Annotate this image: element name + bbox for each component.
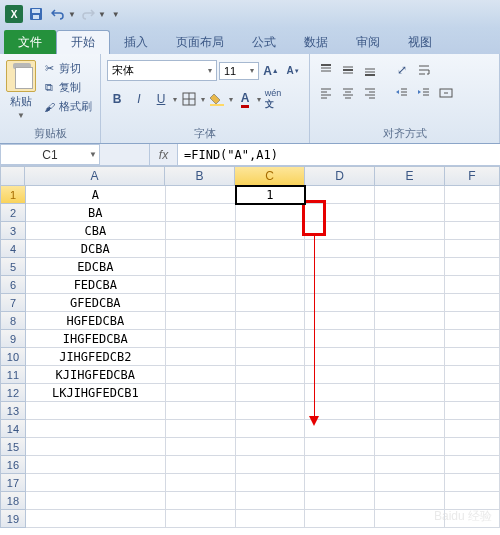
row-header[interactable]: 2: [0, 204, 26, 222]
cell-F1[interactable]: [445, 186, 500, 204]
cell-A6[interactable]: FEDCBA: [26, 276, 166, 294]
cell-E14[interactable]: [375, 420, 445, 438]
cell-D14[interactable]: [305, 420, 375, 438]
row-header[interactable]: 11: [0, 366, 26, 384]
cell-F19[interactable]: [445, 510, 500, 528]
cell-E1[interactable]: [375, 186, 445, 204]
redo-dropdown[interactable]: ▼: [98, 10, 106, 19]
merge-center-button[interactable]: [436, 83, 456, 103]
cell-E10[interactable]: [375, 348, 445, 366]
cell-B12[interactable]: [166, 384, 236, 402]
cell-F11[interactable]: [445, 366, 500, 384]
cell-C10[interactable]: [236, 348, 306, 366]
cell-B10[interactable]: [166, 348, 236, 366]
cell-E2[interactable]: [375, 204, 445, 222]
cell-F3[interactable]: [445, 222, 500, 240]
cell-E13[interactable]: [375, 402, 445, 420]
tab-view[interactable]: 视图: [394, 30, 446, 54]
wrap-text-button[interactable]: [414, 60, 434, 80]
row-header[interactable]: 19: [0, 510, 26, 528]
paste-icon[interactable]: [6, 60, 36, 92]
cell-A5[interactable]: EDCBA: [26, 258, 166, 276]
tab-insert[interactable]: 插入: [110, 30, 162, 54]
cell-E6[interactable]: [375, 276, 445, 294]
cell-F12[interactable]: [445, 384, 500, 402]
row-header[interactable]: 12: [0, 384, 26, 402]
save-button[interactable]: [26, 4, 46, 24]
cell-A16[interactable]: [26, 456, 166, 474]
align-right-button[interactable]: [360, 83, 380, 103]
name-box-dropdown[interactable]: ▼: [89, 150, 97, 159]
row-header[interactable]: 3: [0, 222, 26, 240]
cell-F17[interactable]: [445, 474, 500, 492]
cell-D18[interactable]: [305, 492, 375, 510]
column-header-C[interactable]: C: [235, 166, 305, 186]
cell-D9[interactable]: [305, 330, 375, 348]
cell-A13[interactable]: [26, 402, 166, 420]
tab-file[interactable]: 文件: [4, 30, 56, 54]
cell-E15[interactable]: [375, 438, 445, 456]
cell-C2[interactable]: [236, 204, 306, 222]
cell-C14[interactable]: [236, 420, 306, 438]
align-top-button[interactable]: [316, 60, 336, 80]
cell-D19[interactable]: [305, 510, 375, 528]
row-header[interactable]: 14: [0, 420, 26, 438]
undo-dropdown[interactable]: ▼: [68, 10, 76, 19]
row-header[interactable]: 9: [0, 330, 26, 348]
align-bottom-button[interactable]: [360, 60, 380, 80]
name-box[interactable]: C1 ▼: [0, 144, 100, 165]
cell-D16[interactable]: [305, 456, 375, 474]
select-all-corner[interactable]: [0, 166, 25, 186]
fx-button[interactable]: fx: [150, 144, 178, 165]
cell-B4[interactable]: [166, 240, 236, 258]
cell-C3[interactable]: [236, 222, 306, 240]
cell-C12[interactable]: [236, 384, 306, 402]
cell-A10[interactable]: JIHGFEDCB2: [26, 348, 166, 366]
column-header-B[interactable]: B: [165, 166, 235, 186]
redo-button[interactable]: [78, 4, 98, 24]
cell-D7[interactable]: [305, 294, 375, 312]
cell-E19[interactable]: [375, 510, 445, 528]
tab-page-layout[interactable]: 页面布局: [162, 30, 238, 54]
cell-B13[interactable]: [166, 402, 236, 420]
cell-E12[interactable]: [375, 384, 445, 402]
column-header-D[interactable]: D: [305, 166, 375, 186]
cell-B3[interactable]: [166, 222, 236, 240]
cell-F14[interactable]: [445, 420, 500, 438]
cell-E4[interactable]: [375, 240, 445, 258]
cell-A14[interactable]: [26, 420, 166, 438]
shrink-font-button[interactable]: A▼: [283, 61, 303, 81]
column-header-F[interactable]: F: [445, 166, 500, 186]
cell-E8[interactable]: [375, 312, 445, 330]
grow-font-button[interactable]: A▲: [261, 61, 281, 81]
cell-D6[interactable]: [305, 276, 375, 294]
align-center-button[interactable]: [338, 83, 358, 103]
copy-button[interactable]: ⧉ 复制: [40, 79, 94, 96]
cell-C8[interactable]: [236, 312, 306, 330]
cell-F2[interactable]: [445, 204, 500, 222]
cell-D4[interactable]: [305, 240, 375, 258]
cell-E9[interactable]: [375, 330, 445, 348]
cell-C6[interactable]: [236, 276, 306, 294]
column-header-A[interactable]: A: [25, 166, 165, 186]
cell-F9[interactable]: [445, 330, 500, 348]
row-header[interactable]: 5: [0, 258, 26, 276]
cell-B19[interactable]: [166, 510, 236, 528]
cell-C9[interactable]: [236, 330, 306, 348]
cell-E16[interactable]: [375, 456, 445, 474]
font-name-combo[interactable]: 宋体▾: [107, 60, 217, 81]
cell-D12[interactable]: [305, 384, 375, 402]
cell-B16[interactable]: [166, 456, 236, 474]
cell-A17[interactable]: [26, 474, 166, 492]
row-header[interactable]: 18: [0, 492, 26, 510]
cell-C4[interactable]: [236, 240, 306, 258]
tab-formulas[interactable]: 公式: [238, 30, 290, 54]
cell-D17[interactable]: [305, 474, 375, 492]
cut-button[interactable]: ✂ 剪切: [40, 60, 94, 77]
cell-C17[interactable]: [236, 474, 306, 492]
cell-D11[interactable]: [305, 366, 375, 384]
cell-A19[interactable]: [26, 510, 166, 528]
cell-F15[interactable]: [445, 438, 500, 456]
cell-F5[interactable]: [445, 258, 500, 276]
cell-B5[interactable]: [166, 258, 236, 276]
